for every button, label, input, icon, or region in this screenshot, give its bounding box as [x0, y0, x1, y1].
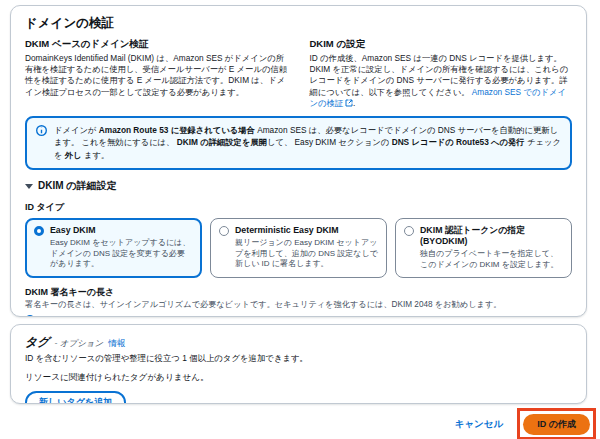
id-type-option-byodkim[interactable]: DKIM 認証トークンの指定 (BYODKIM) 独自のプライベートキーを指定し… [395, 218, 572, 278]
dkim-based-heading: DKIM ベースのドメイン検証 [25, 38, 288, 51]
key-length-option-2048[interactable]: RSA_2048_BIT [25, 314, 572, 317]
domain-verification-panel: ドメインの検証 DKIM ベースのドメイン検証 DomainKeys Ident… [10, 5, 587, 317]
id-type-option-deterministic[interactable]: Deterministic Easy DKIM 親リージョンの Easy DKI… [210, 218, 387, 278]
tags-empty-text: リソースに関連付けられたタグがありません。 [25, 372, 572, 384]
key-length-label: DKIM 署名キーの長さ [25, 286, 572, 299]
highlight-annotation-box: ID の作成 [517, 408, 596, 439]
tags-title: タグ [25, 334, 50, 351]
option-title: Easy DKIM [50, 225, 193, 236]
intro-columns: DKIM ベースのドメイン検証 DomainKeys Identified Ma… [25, 38, 572, 109]
id-type-options: Easy DKIM Easy DKIM をセットアップするには、ドメインの DN… [25, 218, 572, 278]
add-tag-button[interactable]: 新しいタグを追加 [25, 391, 126, 404]
dkim-advanced-title: DKIM の詳細設定 [38, 179, 117, 193]
cancel-button[interactable]: キャンセル [455, 418, 504, 431]
option-title: DKIM 認証トークンの指定 (BYODKIM) [420, 225, 563, 247]
link-suffix: . [353, 98, 355, 108]
dkim-settings-column: DKIM の設定 ID の作成後、Amazon SES は一連の DNS レコー… [310, 38, 573, 109]
option-title: Deterministic Easy DKIM [235, 225, 378, 236]
radio-icon [219, 226, 229, 236]
page-title: ドメインの検証 [25, 15, 572, 32]
key-length-description: 署名キーの長さは、サインインアルゴリズムで必要なビットです。セキュリティを強化す… [25, 300, 572, 311]
tags-info-link[interactable]: 情報 [108, 338, 125, 350]
dkim-advanced-expander[interactable]: DKIM の詳細設定 [25, 179, 572, 193]
dkim-settings-heading: DKIM の設定 [310, 38, 573, 51]
dkim-settings-description: ID の作成後、Amazon SES は一連の DNS レコードを提供します。D… [310, 53, 573, 109]
banner-text: ドメインが Amazon Route 53 に登録されている場合 Amazon … [54, 124, 561, 161]
route53-info-banner: ドメインが Amazon Route 53 に登録されている場合 Amazon … [25, 116, 572, 170]
create-identity-button[interactable]: ID の作成 [523, 414, 590, 435]
id-type-label: ID タイプ [25, 201, 572, 214]
dkim-based-description: DomainKeys Identified Mail (DKIM) は、Amaz… [25, 53, 288, 98]
radio-selected-icon [34, 226, 44, 236]
option-description: 親リージョンの Easy DKIM セットアップを利用して、追加の DNS 設定… [235, 238, 378, 269]
external-link-icon [345, 99, 353, 107]
ses-create-identity-page: ドメインの検証 DKIM ベースのドメイン検証 DomainKeys Ident… [0, 0, 600, 439]
dkim-based-column: DKIM ベースのドメイン検証 DomainKeys Identified Ma… [25, 38, 288, 109]
footer-actions: キャンセル ID の作成 [10, 408, 596, 439]
caret-down-icon [25, 184, 33, 189]
tags-optional-label: - オプション [55, 338, 104, 350]
info-icon [36, 125, 47, 136]
option-description: 独自のプライベートキーを指定して、このドメインの DKIM を設定します。 [420, 249, 563, 270]
option-description: Easy DKIM をセットアップするには、ドメインの DNS 設定を変更する必… [50, 238, 193, 269]
id-type-option-easy-dkim[interactable]: Easy DKIM Easy DKIM をセットアップするには、ドメインの DN… [25, 218, 202, 278]
tags-description: ID を含むリソースの管理や整理に役立つ 1 個以上のタグを追加できます。 [25, 353, 572, 364]
radio-icon [404, 226, 414, 236]
tags-panel: タグ - オプション 情報 ID を含むリソースの管理や整理に役立つ 1 個以上… [10, 324, 587, 404]
radio-selected-icon [25, 315, 35, 317]
tags-header: タグ - オプション 情報 [25, 334, 572, 351]
